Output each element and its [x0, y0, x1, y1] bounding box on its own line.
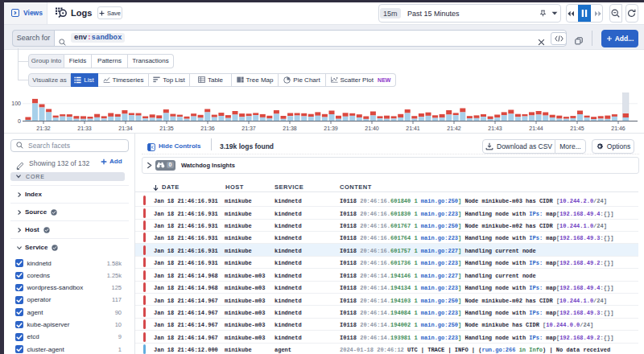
- svg-text:21:41: 21:41: [406, 126, 420, 131]
- svg-text:21:33: 21:33: [77, 126, 92, 131]
- svg-text:0: 0: [18, 118, 21, 124]
- svg-text:21:34: 21:34: [118, 126, 133, 131]
- svg-text:21:39: 21:39: [324, 126, 338, 131]
- svg-text:21:40: 21:40: [365, 126, 379, 131]
- svg-text:21:42: 21:42: [447, 126, 461, 131]
- svg-text:21:32: 21:32: [36, 126, 51, 131]
- svg-text:21:43: 21:43: [488, 126, 502, 131]
- svg-text:21:44: 21:44: [529, 126, 543, 131]
- svg-text:21:35: 21:35: [159, 126, 174, 131]
- svg-text:21:38: 21:38: [283, 126, 297, 131]
- svg-text:21:45: 21:45: [570, 126, 584, 131]
- svg-text:21:37: 21:37: [242, 126, 256, 131]
- svg-text:21:36: 21:36: [200, 126, 215, 131]
- svg-text:21:46: 21:46: [611, 126, 625, 131]
- svg-text:100: 100: [11, 101, 21, 106]
